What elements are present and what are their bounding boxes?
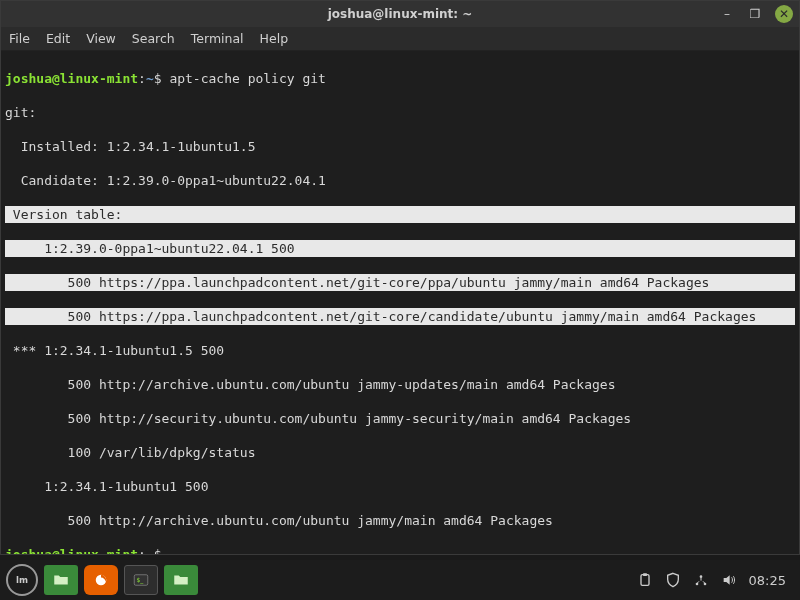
taskbar-files[interactable]	[164, 565, 198, 595]
svg-text:$_: $_	[137, 576, 145, 584]
output-line-highlight: 1:2.39.0-0ppa1~ubuntu22.04.1 500	[5, 240, 795, 257]
taskbar-firefox[interactable]	[84, 565, 118, 595]
output-line-highlight: 500 https://ppa.launchpadcontent.net/git…	[5, 274, 795, 291]
menu-file[interactable]: File	[9, 31, 30, 46]
menu-edit[interactable]: Edit	[46, 31, 70, 46]
output-line: 1:2.34.1-1ubuntu1 500	[5, 478, 795, 495]
clipboard-icon[interactable]	[637, 572, 653, 588]
window-title: joshua@linux-mint: ~	[328, 7, 473, 21]
window-controls: – ❐ ✕	[719, 5, 793, 23]
volume-icon[interactable]	[721, 572, 737, 588]
taskbar-file-manager[interactable]	[44, 565, 78, 595]
svg-rect-5	[643, 573, 647, 576]
output-line: 100 /var/lib/dpkg/status	[5, 444, 795, 461]
system-tray: 08:25	[637, 572, 794, 588]
svg-rect-4	[641, 575, 649, 586]
shield-icon[interactable]	[665, 572, 681, 588]
minimize-button[interactable]: –	[719, 6, 735, 22]
prompt-line: joshua@linux-mint:~$ apt-cache policy gi…	[5, 70, 795, 87]
network-icon[interactable]	[693, 572, 709, 588]
start-menu-button[interactable]: lm	[6, 564, 38, 596]
output-line: 500 http://archive.ubuntu.com/ubuntu jam…	[5, 512, 795, 529]
title-bar: joshua@linux-mint: ~ – ❐ ✕	[1, 1, 799, 27]
prompt-sep: :	[138, 71, 146, 86]
prompt-user: joshua@linux-mint	[5, 547, 138, 554]
maximize-button[interactable]: ❐	[747, 6, 763, 22]
svg-point-8	[699, 575, 702, 578]
files-icon	[172, 571, 190, 589]
output-line: 500 http://archive.ubuntu.com/ubuntu jam…	[5, 376, 795, 393]
menu-search[interactable]: Search	[132, 31, 175, 46]
terminal-window: joshua@linux-mint: ~ – ❐ ✕ File Edit Vie…	[0, 0, 800, 555]
terminal-icon: $_	[132, 571, 150, 589]
svg-text:lm: lm	[16, 575, 28, 585]
terminal-body[interactable]: joshua@linux-mint:~$ apt-cache policy gi…	[1, 51, 799, 554]
firefox-icon	[92, 571, 110, 589]
output-line: Installed: 1:2.34.1-1ubuntu1.5	[5, 138, 795, 155]
output-line: git:	[5, 104, 795, 121]
output-line: *** 1:2.34.1-1ubuntu1.5 500	[5, 342, 795, 359]
prompt-sep: :	[138, 547, 146, 554]
output-line: 500 http://security.ubuntu.com/ubuntu ja…	[5, 410, 795, 427]
prompt-path: ~	[146, 547, 154, 554]
output-line-highlight: 500 https://ppa.launchpadcontent.net/git…	[5, 308, 795, 325]
clock[interactable]: 08:25	[749, 573, 786, 588]
menu-terminal[interactable]: Terminal	[191, 31, 244, 46]
prompt-line: joshua@linux-mint:~$	[5, 546, 795, 554]
folder-icon	[52, 571, 70, 589]
prompt-user: joshua@linux-mint	[5, 71, 138, 86]
menu-bar: File Edit View Search Terminal Help	[1, 27, 799, 51]
menu-view[interactable]: View	[86, 31, 116, 46]
output-line: Candidate: 1:2.39.0-0ppa1~ubuntu22.04.1	[5, 172, 795, 189]
output-line-highlight: Version table:	[5, 206, 795, 223]
prompt-symbol: $	[154, 71, 162, 86]
taskbar-terminal-active[interactable]: $_	[124, 565, 158, 595]
prompt-path: ~	[146, 71, 154, 86]
command-text: apt-cache policy git	[169, 71, 326, 86]
prompt-symbol: $	[154, 547, 162, 554]
menu-help[interactable]: Help	[260, 31, 289, 46]
close-button[interactable]: ✕	[775, 5, 793, 23]
mint-logo-icon: lm	[14, 572, 30, 588]
taskbar: lm $_ 08:25	[0, 560, 800, 600]
